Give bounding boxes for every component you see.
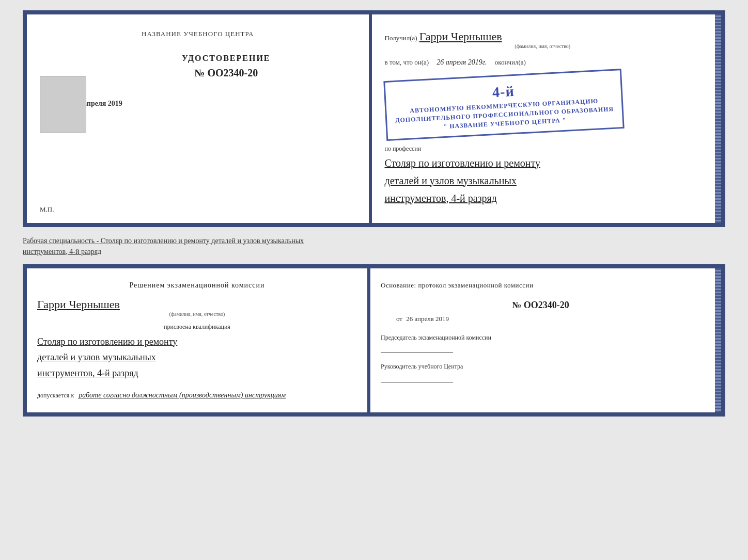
date-prefix: в том, что он(а)	[385, 58, 429, 66]
stamp-block: 4-й АВТОНОМНУЮ НЕКОММЕРЧЕСКУЮ ОРГАНИЗАЦИ…	[383, 69, 625, 141]
admission-prefix: допускается к	[37, 392, 74, 399]
chairman-role: Председатель экзаменационной комиссии	[381, 333, 700, 342]
bottom-name-block: Гарри Чернышев (фамилия, имя, отчество)	[37, 298, 357, 317]
finished-label: окончил(а)	[495, 58, 526, 66]
top-document: НАЗВАНИЕ УЧЕБНОГО ЦЕНТРА УДОСТОВЕРЕНИЕ №…	[23, 10, 725, 227]
recipient-prefix: Получил(а)	[385, 34, 417, 42]
recipient-sublabel: (фамилия, имя, отчество)	[385, 43, 701, 49]
admission-text: работе согласно должностным (производств…	[79, 391, 286, 399]
profession-label: по профессии	[385, 145, 701, 153]
photo-placeholder	[40, 76, 86, 133]
cert-number: № OO2340-20	[97, 67, 356, 79]
profession-line2: деталей и узлов музыкальных	[385, 172, 701, 189]
recipient-block: Получил(а) Гарри Чернышев (фамилия, имя,…	[385, 30, 701, 49]
bottom-right-decoration	[715, 268, 721, 413]
date-value: 26 апреля 2019г.	[437, 58, 487, 66]
basis-title: Основание: протокол экзаменационной коми…	[381, 281, 700, 290]
director-role: Руководитель учебного Центра	[381, 362, 700, 371]
between-text-start: Рабочая специальность - Столяр по изгото…	[23, 237, 304, 245]
profession-line3: инструментов, 4-й разряд	[385, 190, 701, 206]
profession-line1: Столяр по изготовлению и ремонту	[385, 155, 701, 171]
mp-label: М.П.	[40, 205, 54, 214]
date-block: в том, что он(а) 26 апреля 2019г. окончи…	[385, 58, 701, 67]
qualification-line1: Столяр по изготовлению и ремонту	[37, 334, 357, 350]
admission-line: допускается к работе согласно должностны…	[37, 391, 357, 399]
commission-title: Решением экзаменационной комиссии	[37, 281, 357, 290]
bottom-left-page: Решением экзаменационной комиссии Гарри …	[23, 264, 369, 417]
between-text: Рабочая специальность - Столяр по изгото…	[23, 233, 725, 258]
top-left-page: НАЗВАНИЕ УЧЕБНОГО ЦЕНТРА УДОСТОВЕРЕНИЕ №…	[23, 10, 370, 227]
chairman-signature-line	[381, 344, 453, 353]
protocol-date: от 26 апреля 2019	[381, 315, 700, 323]
issued-line: Выдано 26 апреля 2019	[50, 100, 356, 108]
director-signature-line	[381, 373, 453, 382]
date-prefix: от	[396, 315, 402, 323]
bottom-document: Решением экзаменационной комиссии Гарри …	[23, 264, 725, 417]
bottom-name: Гарри Чернышев	[37, 298, 357, 311]
bottom-name-sublabel: (фамилия, имя, отчество)	[37, 311, 357, 317]
top-right-page: Получил(а) Гарри Чернышев (фамилия, имя,…	[370, 10, 726, 227]
date-value: 26 апреля 2019	[406, 315, 449, 323]
protocol-number: № OO2340-20	[381, 300, 700, 311]
recipient-name: Гарри Чернышев	[419, 30, 502, 43]
qualification-line2: деталей и узлов музыкальных	[37, 349, 357, 365]
assigned-label: присвоена квалификация	[37, 323, 357, 331]
center-name-label: НАЗВАНИЕ УЧЕБНОГО ЦЕНТРА	[40, 30, 356, 38]
qualification-line3: инструментов, 4-й разряд	[37, 365, 357, 381]
bottom-right-page: Основание: протокол экзаменационной коми…	[369, 264, 725, 417]
between-text-underlined: инструментов, 4-й разряд	[23, 248, 101, 255]
cert-title: УДОСТОВЕРЕНИЕ	[97, 54, 356, 63]
right-decoration	[715, 14, 721, 223]
